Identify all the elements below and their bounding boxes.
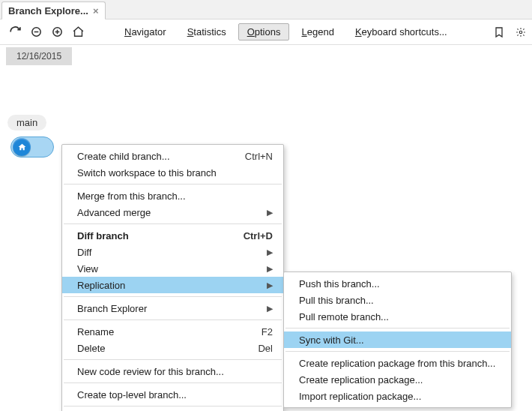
menu-separator <box>64 320 282 320</box>
menu-navigator[interactable]: Navigator <box>115 23 175 40</box>
home-node-icon <box>13 138 31 156</box>
menu-item-diff[interactable]: Diff ▶ <box>62 244 283 260</box>
chevron-right-icon: ▶ <box>267 208 273 218</box>
menu-statistics[interactable]: Statistics <box>178 23 235 40</box>
menu-separator <box>64 296 282 297</box>
menu-item-rename[interactable]: Rename F2 <box>62 323 283 340</box>
menu-item-pull-branch[interactable]: Pull this branch... <box>284 292 511 308</box>
menu-separator <box>64 184 282 184</box>
settings-icon[interactable] <box>516 23 526 41</box>
menu-item-create-replication-package-from-branch[interactable]: Create replication package from this bra… <box>284 355 511 371</box>
svg-point-5 <box>519 31 522 34</box>
chevron-right-icon: ▶ <box>267 264 273 274</box>
menu-separator <box>64 359 282 360</box>
chevron-right-icon: ▶ <box>267 304 273 314</box>
chevron-right-icon: ▶ <box>267 280 273 290</box>
menu-item-replication[interactable]: Replication ▶ <box>62 277 283 293</box>
context-menu-branch: Create child branch... Ctrl+N Switch wor… <box>61 144 284 411</box>
menu-separator <box>285 328 510 328</box>
changeset-node-home[interactable] <box>10 136 54 158</box>
menu-separator <box>64 224 282 224</box>
menu-item-create-child-branch[interactable]: Create child branch... Ctrl+N <box>62 148 283 164</box>
zoom-in-icon[interactable] <box>48 23 66 41</box>
branch-label-main[interactable]: main <box>7 115 46 130</box>
menu-item-view[interactable]: View ▶ <box>62 260 283 277</box>
tab-title: Branch Explore... <box>8 5 88 16</box>
zoom-out-icon[interactable] <box>27 23 45 41</box>
date-chip: 12/16/2015 <box>6 47 72 65</box>
menu-item-new-code-review[interactable]: New code review for this branch... <box>62 363 283 380</box>
menu-item-diff-branch[interactable]: Diff branch Ctrl+D <box>62 227 283 244</box>
menu-item-pull-remote-branch[interactable]: Pull remote branch... <box>284 308 511 325</box>
menu-item-push-branch[interactable]: Push this branch... <box>284 275 511 292</box>
menu-separator <box>285 351 510 352</box>
refresh-icon[interactable] <box>6 23 24 41</box>
menu-keyboard-shortcuts[interactable]: Keyboard shortcuts... <box>346 23 456 40</box>
tab-branch-explorer[interactable]: Branch Explore... × <box>1 2 106 20</box>
close-icon[interactable]: × <box>93 6 99 16</box>
chevron-right-icon: ▶ <box>267 248 273 257</box>
toolbar: Navigator Statistics Options Legend Keyb… <box>0 20 532 45</box>
menu-navigator-rest: avigator <box>131 26 166 38</box>
menu-item-delete[interactable]: Delete Del <box>62 340 283 356</box>
tab-bar: Branch Explore... × <box>0 0 532 20</box>
menu-item-merge-from-branch[interactable]: Merge from this branch... <box>62 188 283 204</box>
menu-separator <box>64 382 282 383</box>
menu-item-create-replication-package[interactable]: Create replication package... <box>284 371 511 388</box>
menu-item-switch-workspace[interactable]: Switch workspace to this branch <box>62 164 283 181</box>
menu-item-branch-explorer[interactable]: Branch Explorer ▶ <box>62 300 283 316</box>
menu-item-advanced-merge[interactable]: Advanced merge ▶ <box>62 204 283 220</box>
home-icon[interactable] <box>69 23 87 41</box>
menu-options[interactable]: Options <box>238 23 290 40</box>
bookmark-icon[interactable] <box>490 23 508 41</box>
menu-item-create-top-level-branch[interactable]: Create top-level branch... <box>62 386 283 403</box>
menu-legend[interactable]: Legend <box>292 23 342 40</box>
submenu-replication: Push this branch... Pull this branch... … <box>283 272 512 408</box>
menu-item-sync-with-git[interactable]: Sync with Git... <box>284 332 511 348</box>
menu-item-import-replication-package[interactable]: Import replication package... <box>284 388 511 404</box>
menu-separator <box>64 406 282 406</box>
